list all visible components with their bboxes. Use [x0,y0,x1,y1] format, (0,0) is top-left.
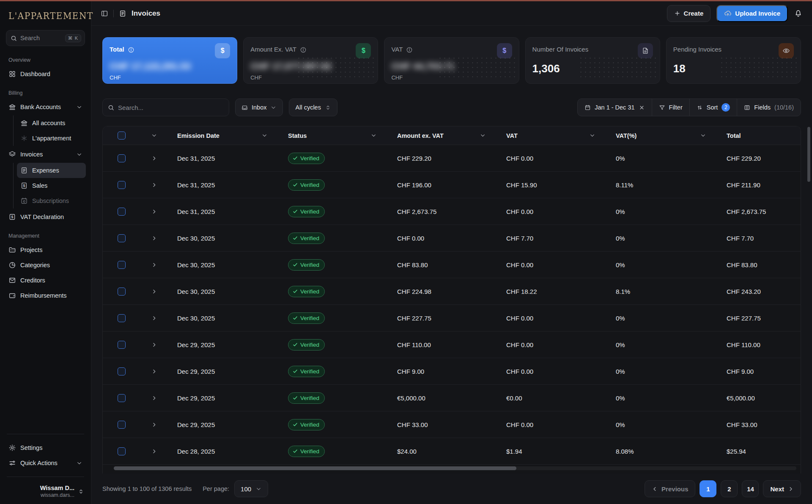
sidebar-item-lappartement[interactable]: L'appartement [17,131,86,146]
row-checkbox[interactable] [118,181,126,189]
row-checkbox[interactable] [118,341,126,349]
sidebar-item-all-accounts[interactable]: All accounts [17,115,86,131]
expand-row-icon[interactable] [151,422,157,428]
select-all-checkbox[interactable] [118,131,126,140]
expand-row-icon[interactable] [151,368,157,375]
sidebar-item-invoices[interactable]: Invoices [5,147,86,162]
sidebar-item-bank-accounts[interactable]: Bank Accounts [5,99,86,115]
expand-row-icon[interactable] [151,448,157,455]
scrollbar-thumb[interactable] [114,466,516,470]
row-checkbox[interactable] [118,421,126,429]
bell-icon[interactable] [794,9,803,18]
chevron-down-icon[interactable] [151,132,157,139]
clear-date-icon[interactable] [639,104,645,111]
stat-card-pending-invoices[interactable]: Pending Invoices 18 [666,37,801,84]
fields-count: (10/16) [774,104,794,111]
date-range-chip[interactable]: Jan 1 - Dec 31 [578,99,652,116]
expand-row-icon[interactable] [151,182,157,188]
table-row[interactable]: Dec 31, 2025VerifiedCHF 229.20CHF 0.000%… [103,145,801,172]
inbox-dropdown[interactable]: Inbox [235,99,283,116]
info-icon[interactable] [406,47,413,53]
sidebar-item-quick-actions[interactable]: Quick Actions [5,455,86,471]
previous-page-button[interactable]: Previous [645,480,695,497]
expand-row-icon[interactable] [151,342,157,348]
sidebar-item-dashboard[interactable]: Dashboard [5,66,86,82]
expand-row-icon[interactable] [151,235,157,241]
table-search-input[interactable]: Search... [102,99,229,116]
expand-row-icon[interactable] [151,395,157,401]
sidebar-item-sales[interactable]: $ Sales [17,178,86,193]
sidebar-item-expenses[interactable]: Expenses [17,163,86,178]
sidebar-item-categories[interactable]: Categories [5,257,86,273]
table-row[interactable]: Dec 31, 2025VerifiedCHF 2,673.75CHF 0.00… [103,198,801,225]
row-checkbox[interactable] [118,447,126,455]
chevron-down-icon[interactable] [480,132,486,139]
sidebar-toggle-icon[interactable] [101,10,108,17]
chevron-down-icon[interactable] [370,132,377,139]
column-header-vat-pct[interactable]: VAT(%) [606,132,717,139]
chevron-down-icon[interactable] [700,132,706,139]
table-row[interactable]: Dec 29, 2025VerifiedCHF 9.00CHF 0.000%CH… [103,358,801,385]
status-badge: Verified [288,339,325,351]
expand-row-icon[interactable] [151,208,157,215]
table-row[interactable]: Dec 30, 2025VerifiedCHF 227.75CHF 0.000%… [103,305,801,331]
fields-button[interactable]: Fields (10/16) [737,99,801,116]
column-header-vat[interactable]: VAT [497,132,606,139]
table-row[interactable]: Dec 28, 2025Verified$24.00$1.948.08%$25.… [103,438,801,465]
filter-button[interactable]: Filter [652,99,690,116]
per-page-select[interactable]: 100 [234,480,268,497]
row-checkbox[interactable] [118,234,126,242]
expand-row-icon[interactable] [151,262,157,268]
column-header-status[interactable]: Status [279,132,388,139]
sidebar-search-input[interactable]: Search ⌘ K [6,30,85,46]
chevron-down-icon[interactable] [589,132,595,139]
chevron-down-icon[interactable] [76,151,82,158]
row-checkbox[interactable] [118,288,126,296]
vertical-scrollbar[interactable] [807,127,810,182]
chevron-down-icon[interactable] [76,104,82,110]
sidebar-item-settings[interactable]: Settings [5,440,86,455]
row-checkbox[interactable] [118,394,126,402]
row-checkbox[interactable] [118,367,126,375]
stat-card-total[interactable]: Total $ CHF 17,122,291.53 CHF [102,37,237,84]
stat-card-amount-ex-vat[interactable]: Amount Ex. VAT $ CHF 17,077,587.82 CHF [243,37,378,84]
sidebar-item-vat-declaration[interactable]: $ VAT Declaration [5,209,86,225]
row-checkbox[interactable] [118,208,126,216]
column-header-total[interactable]: Total [717,132,801,139]
row-checkbox[interactable] [118,154,126,162]
sidebar-item-creditors[interactable]: Creditors [5,273,86,288]
expand-row-icon[interactable] [151,315,157,321]
create-button[interactable]: Create [667,5,711,22]
column-header-amount-ex-vat[interactable]: Amount ex. VAT [388,132,497,139]
table-row[interactable]: Dec 29, 2025VerifiedCHF 33.00CHF 0.000%C… [103,411,801,438]
table-row[interactable]: Dec 29, 2025VerifiedCHF 110.00CHF 0.000%… [103,331,801,358]
page-button-2[interactable]: 2 [721,480,738,497]
stat-card-vat[interactable]: VAT $ CHF 44,703.71 CHF [384,37,519,84]
stat-card-number-of-invoices[interactable]: Number Of Invoices 1,306 [525,37,660,84]
sidebar-item-subscriptions[interactable]: Subscriptions [17,193,86,208]
chevron-down-icon[interactable] [261,132,268,139]
table-row[interactable]: Dec 30, 2025VerifiedCHF 0.00CHF 7.700%CH… [103,225,801,252]
upload-invoice-button[interactable]: Upload Invoice [716,5,788,22]
table-row[interactable]: Dec 30, 2025VerifiedCHF 83.80CHF 0.000%C… [103,252,801,278]
table-row[interactable]: Dec 29, 2025Verified€5,000.00€0.000%€5,0… [103,385,801,411]
expand-row-icon[interactable] [151,155,157,162]
account-switcher[interactable]: Wissam D... wissam.dars... [5,483,86,498]
sidebar-item-projects[interactable]: Projects [5,242,86,257]
column-header-emission-date[interactable]: Emission Date [168,132,279,139]
sidebar-item-reimbursements[interactable]: Reimbursements [5,288,86,303]
sort-button[interactable]: Sort 2 [690,99,738,116]
next-page-button[interactable]: Next [763,480,801,497]
chevron-down-icon[interactable] [76,460,82,466]
info-icon[interactable] [128,47,134,53]
table-row[interactable]: Dec 30, 2025VerifiedCHF 224.98CHF 18.228… [103,278,801,305]
expand-row-icon[interactable] [151,288,157,295]
info-icon[interactable] [300,47,307,53]
cycles-select[interactable]: All cycles [289,99,337,116]
page-button-14[interactable]: 14 [742,480,759,497]
table-row[interactable]: Dec 31, 2025VerifiedCHF 196.00CHF 15.908… [103,172,801,198]
row-checkbox[interactable] [118,261,126,269]
page-button-1[interactable]: 1 [700,480,716,497]
horizontal-scrollbar[interactable] [114,466,796,470]
row-checkbox[interactable] [118,314,126,322]
